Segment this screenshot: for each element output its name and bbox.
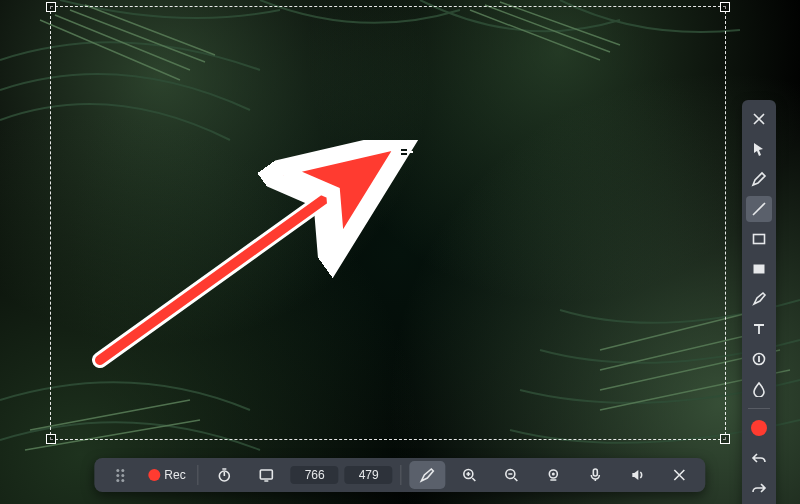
drag-handle-icon[interactable]	[102, 461, 138, 489]
capture-selection[interactable]	[50, 6, 726, 440]
zoom-out-icon[interactable]	[494, 461, 530, 489]
record-button[interactable]: Rec	[144, 461, 189, 489]
svg-rect-3	[754, 235, 765, 244]
screen-select-icon[interactable]	[249, 461, 285, 489]
selection-handle-top-left[interactable]	[46, 2, 56, 12]
svg-rect-7	[261, 470, 273, 479]
speaker-icon[interactable]	[620, 461, 656, 489]
text-tool-icon[interactable]	[746, 316, 772, 342]
toolbar-divider	[198, 465, 199, 485]
redo-icon[interactable]	[746, 475, 772, 501]
record-dot-icon	[148, 469, 160, 481]
svg-point-11	[552, 473, 555, 476]
color-picker[interactable]	[746, 415, 772, 441]
crosshair-cursor-icon	[395, 143, 413, 161]
filled-rectangle-tool-icon[interactable]	[746, 256, 772, 282]
svg-rect-4	[754, 265, 765, 274]
color-chip-red	[751, 420, 767, 436]
record-label: Rec	[164, 468, 185, 482]
zoom-in-icon[interactable]	[452, 461, 488, 489]
undo-icon[interactable]	[746, 445, 772, 471]
rectangle-tool-icon[interactable]	[746, 226, 772, 252]
blur-tool-icon[interactable]	[746, 376, 772, 402]
marker-tool-icon[interactable]	[746, 286, 772, 312]
selection-width[interactable]: 766	[291, 466, 339, 484]
number-stamp-icon[interactable]	[746, 346, 772, 372]
selection-handle-top-right[interactable]	[720, 2, 730, 12]
selection-handle-bottom-left[interactable]	[46, 434, 56, 444]
selection-height[interactable]: 479	[345, 466, 393, 484]
webcam-icon[interactable]	[536, 461, 572, 489]
toolbar-divider	[401, 465, 402, 485]
capture-toolbar: Rec 766 479	[94, 458, 705, 492]
timer-icon[interactable]	[207, 461, 243, 489]
line-tool-icon[interactable]	[746, 196, 772, 222]
pen-icon[interactable]	[746, 166, 772, 192]
grip-dots	[116, 469, 124, 482]
svg-rect-12	[594, 469, 598, 476]
draw-tool-icon[interactable]	[410, 461, 446, 489]
pointer-icon[interactable]	[746, 136, 772, 162]
selection-handle-bottom-right[interactable]	[720, 434, 730, 444]
annotation-toolbar	[742, 100, 776, 504]
close-icon[interactable]	[746, 106, 772, 132]
toolbar-divider	[748, 408, 770, 409]
close-icon[interactable]	[662, 461, 698, 489]
microphone-icon[interactable]	[578, 461, 614, 489]
